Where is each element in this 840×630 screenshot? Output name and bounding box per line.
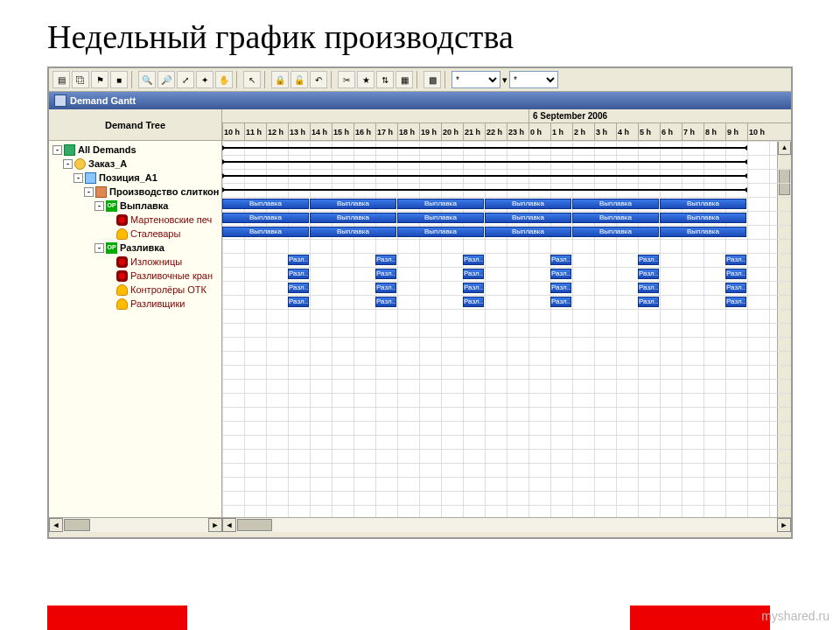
gantt-bar[interactable]: Выплавка bbox=[310, 213, 396, 223]
gantt-bar[interactable]: Разл... bbox=[375, 297, 396, 307]
expand-icon[interactable]: - bbox=[84, 187, 94, 197]
flag-icon[interactable]: ⚑ bbox=[91, 71, 108, 88]
tree-node[interactable]: Разливочные кран bbox=[49, 269, 221, 283]
scroll-right-icon[interactable]: ► bbox=[208, 518, 222, 532]
gantt-bar[interactable]: Разл... bbox=[288, 283, 309, 293]
scroll-right-icon[interactable]: ► bbox=[777, 518, 791, 532]
gantt-bar[interactable]: Выплавка bbox=[397, 227, 484, 237]
scroll-thumb[interactable] bbox=[779, 169, 790, 195]
summary-bar[interactable] bbox=[222, 175, 747, 177]
gantt-bar[interactable]: Разл... bbox=[463, 297, 484, 307]
expand-icon[interactable]: - bbox=[74, 173, 83, 183]
gantt-bar[interactable]: Выплавка bbox=[222, 227, 309, 237]
gantt-hscroll[interactable]: ◄ ► bbox=[222, 518, 791, 532]
gantt-bar[interactable]: Выплавка bbox=[222, 199, 309, 209]
gantt-bar[interactable]: Выплавка bbox=[485, 227, 571, 237]
gantt-bar[interactable]: Разл... bbox=[638, 269, 659, 279]
gantt-bar[interactable]: Разл... bbox=[550, 297, 571, 307]
tree-label: All Demands bbox=[78, 144, 136, 155]
gantt-bar[interactable]: Разл... bbox=[288, 255, 309, 265]
tree-node[interactable]: -Позиция_А1 bbox=[49, 171, 221, 185]
tree-node[interactable]: Изложницы bbox=[49, 255, 221, 269]
stop-icon[interactable]: ■ bbox=[110, 71, 128, 88]
gantt-bar[interactable]: Разл... bbox=[550, 255, 571, 265]
tree-node[interactable]: Сталевары bbox=[49, 227, 221, 241]
order-icon bbox=[74, 158, 86, 170]
gantt-bar[interactable]: Выплавка bbox=[572, 213, 659, 223]
doc-icon[interactable]: ▤ bbox=[52, 71, 70, 88]
gantt-bar[interactable]: Разл... bbox=[638, 297, 659, 307]
gantt-bar[interactable]: Выплавка bbox=[397, 213, 484, 223]
gantt-bar[interactable]: Выплавка bbox=[485, 213, 571, 223]
hand-icon[interactable]: ✋ bbox=[215, 71, 233, 88]
gantt-bar[interactable]: Разл... bbox=[725, 283, 746, 293]
hour-cell: 19 h bbox=[419, 123, 441, 141]
tree-node[interactable]: Разливщики bbox=[49, 297, 221, 311]
gantt-bar[interactable]: Разл... bbox=[288, 269, 309, 279]
gantt-bar[interactable]: Выплавка bbox=[310, 227, 396, 237]
gantt-bar[interactable]: Разл... bbox=[463, 255, 484, 265]
expand-icon[interactable]: - bbox=[63, 159, 73, 169]
tree-node[interactable]: Мартеновские печ bbox=[49, 213, 221, 227]
tree-node[interactable]: -OPВыплавка bbox=[49, 199, 221, 213]
star-icon[interactable]: ★ bbox=[357, 71, 374, 88]
summary-bar[interactable] bbox=[222, 161, 747, 163]
gantt-bar[interactable]: Разл... bbox=[725, 255, 746, 265]
tree-hscroll[interactable]: ◄ ► bbox=[49, 518, 222, 532]
unlock-icon[interactable]: 🔓 bbox=[290, 71, 308, 88]
toolbar-combo[interactable]: * bbox=[452, 71, 500, 88]
toolbar-combo[interactable]: * bbox=[509, 71, 558, 88]
gantt-bar[interactable]: Выплавка bbox=[310, 199, 396, 209]
expand-icon[interactable]: - bbox=[94, 201, 104, 211]
zoom-fit-icon[interactable]: ⤢ bbox=[177, 71, 194, 88]
gantt-bar[interactable]: Разл... bbox=[725, 297, 746, 307]
gantt-bar[interactable]: Разл... bbox=[550, 283, 571, 293]
gantt-bar[interactable]: Разл... bbox=[375, 255, 396, 265]
gantt-bar[interactable]: Выплавка bbox=[485, 199, 571, 209]
summary-bar[interactable] bbox=[222, 189, 747, 191]
undo-icon[interactable]: ↶ bbox=[310, 71, 327, 88]
expand-icon[interactable]: - bbox=[94, 243, 104, 253]
tree-node[interactable]: -Производство слиткон bbox=[49, 185, 221, 199]
gantt-body[interactable]: ▲ ВыплавкаВыплавкаВыплавкаВыплавкаВыплав… bbox=[222, 141, 791, 517]
gantt-bar[interactable]: Разл... bbox=[725, 269, 746, 279]
gantt-bar[interactable]: Выплавка bbox=[660, 227, 746, 237]
hour-cell: 5 h bbox=[638, 123, 660, 141]
tree-node[interactable]: -Заказ_А bbox=[49, 157, 221, 171]
grid-icon[interactable]: ▩ bbox=[424, 71, 441, 88]
pointer-icon[interactable]: ↖ bbox=[243, 71, 261, 88]
gantt-bar[interactable]: Разл... bbox=[463, 283, 484, 293]
gantt-bar[interactable]: Разл... bbox=[375, 269, 396, 279]
gantt-bar[interactable]: Разл... bbox=[463, 269, 484, 279]
tree-node[interactable]: -OPРазливка bbox=[49, 241, 221, 255]
gantt-bar[interactable]: Разл... bbox=[638, 255, 659, 265]
copy-icon[interactable]: ⿻ bbox=[72, 71, 89, 88]
expand-icon[interactable]: - bbox=[52, 145, 62, 155]
summary-bar[interactable] bbox=[222, 147, 747, 149]
scroll-left-icon[interactable]: ◄ bbox=[222, 518, 236, 532]
gantt-bar[interactable]: Разл... bbox=[638, 283, 659, 293]
gantt-bar[interactable]: Разл... bbox=[288, 297, 309, 307]
gantt-bar[interactable]: Выплавка bbox=[660, 213, 746, 223]
scroll-left-icon[interactable]: ◄ bbox=[49, 518, 63, 532]
palette-icon[interactable]: ▦ bbox=[396, 71, 413, 88]
cut-icon[interactable]: ✂ bbox=[338, 71, 355, 88]
zoom-in-icon[interactable]: 🔍 bbox=[138, 71, 156, 88]
gantt-bar[interactable]: Выплавка bbox=[660, 199, 746, 209]
tree-node[interactable]: -All Demands bbox=[49, 143, 221, 157]
gantt-bar[interactable]: Выплавка bbox=[572, 199, 659, 209]
gantt-bar[interactable]: Выплавка bbox=[222, 213, 309, 223]
tree-node[interactable]: Контролёры ОТК bbox=[49, 283, 221, 297]
gantt-bar[interactable]: Выплавка bbox=[572, 227, 659, 237]
gantt-bar[interactable]: Выплавка bbox=[397, 199, 484, 209]
hscroll-thumb[interactable] bbox=[64, 519, 90, 531]
gantt-bar[interactable]: Разл... bbox=[550, 269, 571, 279]
wand-icon[interactable]: ✦ bbox=[196, 71, 214, 88]
zoom-out-icon[interactable]: 🔎 bbox=[158, 71, 175, 88]
lock-icon[interactable]: 🔒 bbox=[271, 71, 289, 88]
hscroll-thumb[interactable] bbox=[237, 519, 272, 531]
merge-icon[interactable]: ⇅ bbox=[376, 71, 394, 88]
prod-icon bbox=[95, 186, 107, 198]
scroll-up-icon[interactable]: ▲ bbox=[778, 141, 791, 155]
gantt-bar[interactable]: Разл... bbox=[375, 283, 396, 293]
